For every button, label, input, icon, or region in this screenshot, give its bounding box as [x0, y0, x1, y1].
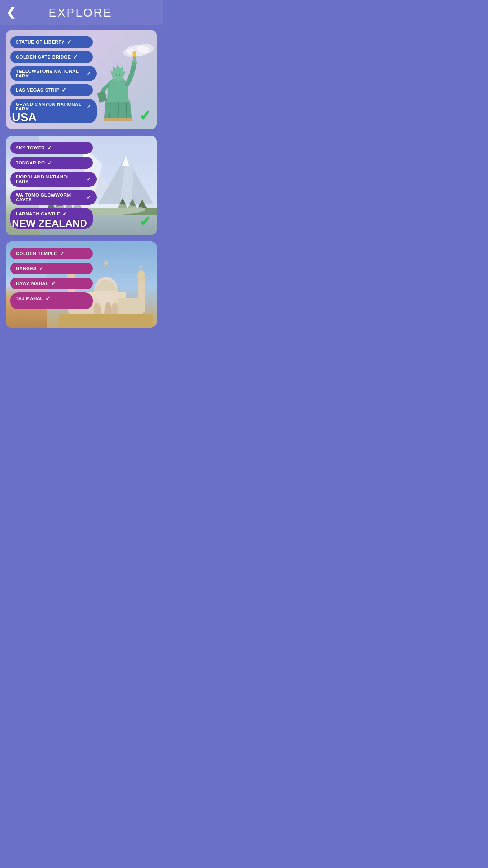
check-icon: ✓ — [62, 211, 68, 217]
india-landmark-goldentemple[interactable]: GOLDEN TEMPLE ✓ — [10, 248, 93, 259]
check-icon: ✓ — [47, 145, 52, 151]
landmark-name: GOLDEN TEMPLE — [16, 251, 57, 256]
nz-landmark-fiordland[interactable]: FIORDLAND NATIANOL PARK ✓ — [10, 172, 97, 187]
landmark-name: LAS VEGAS STRIP — [16, 88, 59, 92]
landmark-name: WAITOMO GLOWWORM CAVES — [16, 193, 84, 202]
page-title: EXPLORE — [20, 6, 141, 19]
back-button[interactable]: ❮ — [6, 7, 15, 18]
nz-landmark-skytower[interactable]: SKY TOWER ✓ — [10, 142, 93, 154]
check-icon: ✓ — [86, 176, 92, 182]
usa-card: STATUE OF LIBERTY ✓ GOLDEN GATE BRIDGE ✓… — [6, 30, 157, 129]
nz-card: SKY TOWER ✓ TONGARIRO ✓ FIORDLAND NATIAN… — [6, 136, 157, 235]
usa-completed-check: ✓ — [139, 107, 151, 124]
usa-landmark-yellowstone[interactable]: YELLOWSTONE NATIONAL PARK ✓ — [10, 66, 97, 81]
india-landmark-ganges[interactable]: GANGES ✓ — [10, 263, 93, 274]
india-landmarks: GOLDEN TEMPLE ✓ GANGES ✓ HAWA MAHAL ✓ TA… — [6, 241, 157, 316]
header: ❮ EXPLORE — [0, 0, 163, 25]
usa-landmark-statue[interactable]: STATUE OF LIBERTY ✓ — [10, 36, 93, 48]
check-icon: ✓ — [86, 103, 92, 110]
check-icon: ✓ — [60, 250, 65, 257]
nz-country-name: NEW ZEALAND — [12, 217, 87, 230]
landmark-name: GANGES — [16, 266, 37, 271]
india-landmark-hawamahal[interactable]: HAWA MAHAL ✓ — [10, 278, 93, 289]
svg-rect-51 — [59, 314, 153, 328]
landmark-name: YELLOWSTONE NATIONAL PARK — [16, 69, 84, 78]
nz-landmark-waitomo[interactable]: WAITOMO GLOWWORM CAVES ✓ — [10, 190, 97, 205]
usa-landmark-ggbridge[interactable]: GOLDEN GATE BRIDGE ✓ — [10, 51, 93, 63]
landmark-name: HAWA MAHAL — [16, 281, 49, 286]
content-area: STATUE OF LIBERTY ✓ GOLDEN GATE BRIDGE ✓… — [0, 25, 163, 333]
check-icon: ✓ — [46, 295, 51, 302]
usa-country-name: USA — [12, 110, 37, 124]
landmark-name: TONGARIRO — [16, 160, 45, 165]
check-icon: ✓ — [73, 54, 78, 60]
india-landmark-tajmahal[interactable]: TAJ MAHAL ✓ — [10, 292, 93, 309]
india-card: GOLDEN TEMPLE ✓ GANGES ✓ HAWA MAHAL ✓ TA… — [6, 241, 157, 328]
check-icon: ✓ — [51, 280, 56, 287]
landmark-name: SKY TOWER — [16, 145, 45, 150]
check-icon: ✓ — [48, 160, 53, 166]
check-icon: ✓ — [62, 87, 67, 93]
check-icon: ✓ — [67, 39, 72, 45]
landmark-name: TAJ MAHAL — [16, 296, 43, 301]
landmark-name: FIORDLAND NATIANOL PARK — [16, 175, 84, 184]
check-icon: ✓ — [39, 265, 44, 272]
landmark-name: GOLDEN GATE BRIDGE — [16, 55, 71, 59]
landmark-name: GRAND CANYON NATIONAL PARK — [16, 102, 84, 111]
nz-completed-check: ✓ — [139, 213, 151, 230]
landmark-name: STATUE OF LIBERTY — [16, 40, 64, 44]
nz-landmark-tongariro[interactable]: TONGARIRO ✓ — [10, 157, 93, 169]
usa-landmark-lasvegas[interactable]: LAS VEGAS STRIP ✓ — [10, 84, 93, 96]
check-icon: ✓ — [86, 70, 92, 77]
landmark-name: LARNACH CASTLE — [16, 211, 60, 216]
check-icon: ✓ — [86, 194, 92, 200]
